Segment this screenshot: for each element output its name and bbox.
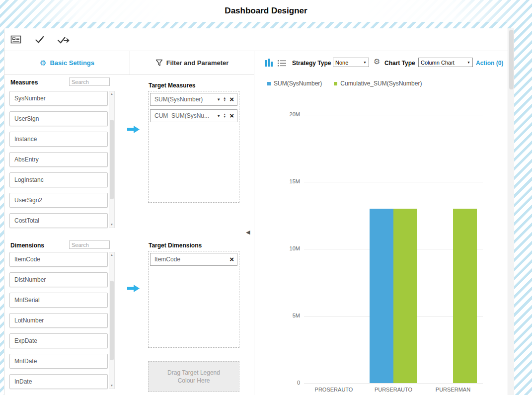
action-link[interactable]: Action (0) (476, 60, 503, 67)
target-measures-dropzone[interactable]: SUM(SysNumber)▼▲▼×CUM_SUM(SysNu...▼▲▼× (148, 91, 239, 203)
down-arrow-icon: ▼ (223, 99, 226, 102)
tab-basic-settings[interactable]: ⚙ Basic Settings (4, 51, 130, 75)
y-axis-label: 20M (280, 111, 300, 117)
chart-legend: SUM(SysNumber)Cumulative_SUM(SysNumber) (267, 80, 422, 87)
measure-item[interactable]: CostTotal (9, 213, 108, 228)
gear-icon: ⚙ (40, 59, 46, 68)
reorder-icon[interactable]: ▲▼ (223, 97, 226, 102)
dimension-item[interactable]: InDate (9, 374, 108, 389)
scroll-down-icon[interactable]: ▼ (110, 384, 113, 388)
vertical-scrollbar[interactable] (508, 28, 514, 395)
scroll-thumb[interactable] (110, 281, 114, 360)
dropdown-caret-icon[interactable]: ▼ (217, 114, 221, 118)
target-dimensions-label: Target Dimensions (149, 242, 202, 249)
column-chart-icon (265, 59, 273, 67)
new-form-button[interactable] (9, 34, 22, 46)
x-axis-label: PURSERMAN (423, 387, 483, 393)
strategy-type-select[interactable]: None ▼ (333, 58, 369, 67)
main-window: ⚙ Basic Settings Filter and Parameter Me… (4, 28, 514, 395)
bar (393, 209, 417, 383)
chart-type-label: Chart Type (384, 60, 415, 67)
measure-item[interactable]: AbsEntry (9, 152, 108, 167)
scrollbar-thumb[interactable] (509, 30, 514, 89)
legend-label: Cumulative_SUM(SysNumber) (340, 80, 422, 87)
chart-type-select[interactable]: Column Chart ▼ (418, 58, 473, 67)
target-measure-name: CUM_SUM(SysNu... (154, 112, 214, 119)
dimension-item[interactable]: MnfDate (9, 354, 108, 369)
dropdown-caret-icon[interactable]: ▼ (217, 97, 221, 102)
filter-parameter-panel: Target Measures SUM(SysNumber)▼▲▼×CUM_SU… (130, 75, 254, 395)
toolbar (4, 28, 513, 51)
measure-item[interactable]: UserSign2 (9, 193, 108, 208)
page: { "header": { "title": "Dashboard Design… (0, 0, 532, 395)
remove-icon[interactable]: × (229, 112, 234, 119)
x-axis-label: PURSERAUTO (364, 387, 423, 393)
remove-icon[interactable]: × (229, 256, 234, 263)
measures-search-input[interactable] (69, 78, 110, 86)
apply-run-button[interactable] (57, 34, 70, 46)
page-title: Dashboard Designer (225, 6, 307, 16)
select-caret-icon: ▼ (466, 61, 472, 64)
filter-parameter-label: Filter and Parameter (166, 59, 229, 67)
strategy-type-label: Strategy Type (292, 60, 331, 67)
dimension-item[interactable]: DistNumber (9, 272, 108, 287)
dimensions-scrollbar[interactable]: ▲ ▼ (109, 252, 115, 389)
legend-swatch (334, 82, 337, 85)
dimension-item[interactable]: LotNumber (9, 313, 108, 328)
bar (370, 209, 393, 383)
validate-button[interactable] (33, 34, 46, 46)
scroll-thumb[interactable] (110, 120, 114, 199)
target-measure-name: SUM(SysNumber) (154, 96, 214, 103)
scroll-down-icon[interactable]: ▼ (110, 223, 113, 227)
check-run-icon (57, 35, 70, 44)
legend-item: SUM(SysNumber) (267, 80, 322, 87)
y-axis-label: 0 (280, 380, 300, 386)
check-icon (35, 35, 45, 44)
gridline (304, 115, 483, 115)
select-caret-icon: ▼ (362, 61, 369, 64)
tab-filter-parameter[interactable]: Filter and Parameter (130, 51, 254, 75)
target-dimension-row[interactable]: ItemCode× (150, 253, 237, 266)
gridline (304, 383, 483, 384)
reorder-icon[interactable]: ▲▼ (223, 113, 226, 118)
measures-scrollbar[interactable]: ▲ ▼ (109, 91, 115, 228)
legend-label: SUM(SysNumber) (274, 80, 322, 87)
basic-settings-label: Basic Settings (50, 59, 94, 67)
legend-colour-dropzone[interactable]: Drag Target Legend Colour Here (148, 361, 239, 392)
dimension-item[interactable]: MnfSerial (9, 293, 108, 308)
down-arrow-icon: ▼ (223, 116, 226, 118)
gridline (304, 182, 483, 182)
basic-settings-panel: Measures SysNumberUserSignInstanceAbsEnt… (4, 75, 130, 395)
target-dimensions-dropzone[interactable]: ItemCode× (148, 251, 239, 348)
dimension-item[interactable]: ItemCode (9, 252, 108, 267)
legend-item: Cumulative_SUM(SysNumber) (334, 80, 422, 87)
legend-swatch (267, 82, 271, 85)
y-axis-label: 10M (280, 245, 300, 251)
measure-item[interactable]: UserSign (9, 111, 108, 126)
measure-item[interactable]: SysNumber (9, 91, 108, 106)
y-axis-label: 5M (280, 313, 300, 318)
dimensions-list: ItemCodeDistNumberMnfSerialLotNumberExpD… (9, 252, 108, 395)
dimension-item[interactable]: ExpDate (9, 333, 108, 348)
dimensions-search-input[interactable] (69, 240, 110, 249)
measure-item[interactable]: Instance (9, 132, 108, 147)
scroll-up-icon[interactable]: ▲ (110, 253, 113, 257)
bar (453, 209, 477, 383)
column-view-button[interactable] (262, 57, 275, 69)
y-axis-label: 15M (280, 178, 300, 184)
page-header: Dashboard Designer (0, 0, 532, 22)
chart-settings-gear-icon[interactable]: ⚙ (374, 57, 380, 66)
measure-item[interactable]: LogInstanc (9, 172, 108, 187)
collapse-panel-icon[interactable]: ◀ (246, 229, 250, 236)
measures-label: Measures (10, 79, 38, 86)
chart-type-value: Column Chart (419, 60, 466, 66)
panel-headers: ⚙ Basic Settings Filter and Parameter (4, 51, 254, 75)
target-measure-row[interactable]: CUM_SUM(SysNu...▼▲▼× (150, 109, 237, 122)
funnel-icon (155, 59, 163, 67)
scroll-up-icon[interactable]: ▲ (110, 92, 113, 96)
list-view-button[interactable] (275, 57, 288, 69)
remove-icon[interactable]: × (229, 96, 234, 103)
target-measure-row[interactable]: SUM(SysNumber)▼▲▼× (150, 93, 237, 106)
dimensions-label: Dimensions (10, 242, 44, 249)
strategy-type-value: None (333, 60, 362, 66)
